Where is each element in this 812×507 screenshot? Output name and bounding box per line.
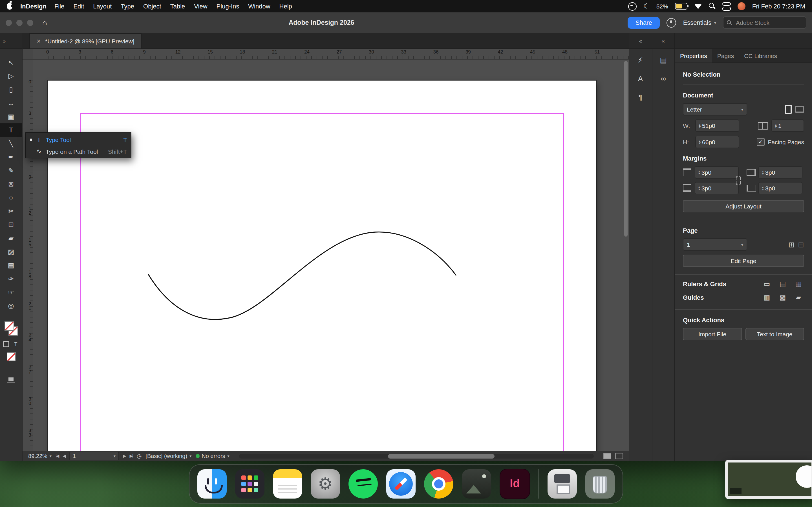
menu-item[interactable]: Layout <box>93 3 112 10</box>
preflight-profile-menu[interactable]: [Basic] (working) ▾ <box>146 453 192 459</box>
selection-tool[interactable]: ↖ <box>0 56 22 69</box>
creative-cloud-icon[interactable] <box>628 2 637 10</box>
menu-item[interactable]: File <box>54 3 64 10</box>
last-page-button[interactable]: ▶| <box>130 453 133 459</box>
formatting-affects-container-icon[interactable] <box>3 341 10 348</box>
ellipse-tool[interactable]: ○ <box>0 191 22 205</box>
preflight-status[interactable]: No errors ▾ <box>195 453 229 459</box>
spotify-icon[interactable] <box>349 469 378 499</box>
screen-mode-button[interactable] <box>7 376 15 383</box>
focus-moon-icon[interactable]: ☾ <box>644 3 650 10</box>
tab-pages[interactable]: Pages <box>712 49 739 62</box>
menu-bar-clock[interactable]: Fri Feb 20 7:23 PM <box>752 3 805 10</box>
first-page-button[interactable]: |◀ <box>56 453 59 459</box>
menu-item[interactable]: Help <box>280 3 292 10</box>
gap-tool[interactable]: ↔ <box>0 96 22 110</box>
right-margin-field[interactable]: ▴▾ 3p0 <box>758 166 802 179</box>
apple-menu-icon[interactable] <box>7 3 12 10</box>
window-minimize-button[interactable] <box>16 19 22 25</box>
fill-swatch[interactable] <box>4 321 14 331</box>
pen-tool[interactable]: ✒ <box>0 151 22 164</box>
top-margin-field[interactable]: ▴▾ 3p0 <box>695 166 739 179</box>
rectangle-frame-tool[interactable]: ⊠ <box>0 177 22 191</box>
battery-icon[interactable] <box>675 3 688 10</box>
type-tool-item[interactable]: T Type Tool T <box>26 133 131 145</box>
menu-item[interactable]: Type <box>121 3 134 10</box>
control-center-icon[interactable] <box>722 2 731 10</box>
fill-stroke-swatches[interactable] <box>4 321 18 336</box>
line-tool[interactable]: ╲ <box>0 137 22 151</box>
stock-search-input[interactable] <box>735 18 802 26</box>
zoom-level-control[interactable]: 89.22% ▾ <box>28 453 52 459</box>
preview-spread-button[interactable] <box>603 453 611 459</box>
tab-cc-libraries[interactable]: CC Libraries <box>739 49 782 62</box>
screenshot-preview-window[interactable] <box>725 460 812 499</box>
rulers-icon[interactable]: ▭ <box>761 279 772 288</box>
apply-none-swatch[interactable] <box>6 352 15 361</box>
hand-tool[interactable]: ☞ <box>0 286 22 299</box>
gradient-swatch-tool[interactable]: ▰ <box>0 231 22 245</box>
preflight-clock-icon[interactable]: ◷ <box>137 453 142 459</box>
stepper-icon[interactable]: ▴▾ <box>698 170 700 175</box>
adobe-stock-search[interactable] <box>723 16 806 29</box>
page-number-field[interactable]: 1 ▾ <box>69 452 119 460</box>
collapse-panels-icon[interactable]: « <box>639 38 642 44</box>
stepper-icon[interactable]: ▴▾ <box>699 139 700 145</box>
horizontal-ruler[interactable]: 03691215182124273033363942454851 <box>22 49 629 60</box>
text-settings-panel-icon[interactable]: A <box>638 74 643 83</box>
vertical-ruler[interactable]: 03691215182124273033 <box>22 60 33 451</box>
safari-icon[interactable] <box>386 469 416 499</box>
stepper-icon[interactable]: ▴▾ <box>762 170 763 175</box>
stepper-icon[interactable]: ▴▾ <box>699 123 700 128</box>
wifi-icon[interactable] <box>694 4 702 9</box>
type-on-path-tool-item[interactable]: ∿ Type on a Path Tool Shift+T <box>26 145 131 157</box>
import-file-button[interactable]: Import File <box>683 328 742 340</box>
workspace-switcher[interactable]: Essentials ▾ <box>683 19 716 26</box>
menu-item[interactable]: Window <box>248 3 270 10</box>
vertical-scrollbar[interactable] <box>624 61 627 237</box>
width-field[interactable]: ▴▾ 51p0 <box>695 119 739 132</box>
links-panel-icon[interactable]: ∞ <box>661 74 666 83</box>
menu-item[interactable]: Table <box>170 3 185 10</box>
pasteboard[interactable] <box>33 60 629 451</box>
share-button[interactable]: Share <box>627 17 660 29</box>
preview-page-button[interactable] <box>615 453 623 459</box>
stepper-icon[interactable]: ▴▾ <box>762 186 763 191</box>
tab-properties[interactable]: Properties <box>675 49 712 62</box>
stepper-icon[interactable]: ▴▾ <box>698 186 700 191</box>
gradient-feather-tool[interactable]: ▨ <box>0 245 22 259</box>
edit-page-button[interactable]: Edit Page <box>683 255 804 267</box>
left-margin-field[interactable]: ▴▾ 3p0 <box>758 182 802 194</box>
next-page-button[interactable]: ▶ <box>123 453 126 459</box>
free-transform-tool[interactable]: ⊡ <box>0 218 22 231</box>
direct-selection-tool[interactable]: ▷ <box>0 69 22 83</box>
text-to-image-button[interactable]: Text to Image <box>745 328 804 340</box>
link-margins-icon[interactable] <box>735 175 741 185</box>
paragraph-styles-panel-icon[interactable]: ¶ <box>639 93 643 101</box>
current-page-select[interactable]: 1 ▾ <box>683 238 747 251</box>
formatting-affects-text-icon[interactable]: T <box>12 341 19 348</box>
user-avatar[interactable] <box>738 2 746 10</box>
chrome-icon[interactable] <box>424 469 453 499</box>
scissors-tool[interactable]: ✂ <box>0 205 22 218</box>
layers-panel-icon[interactable]: ▤ <box>660 56 667 64</box>
previous-page-button[interactable]: ◀ <box>63 453 65 459</box>
stepper-icon[interactable]: ▴▾ <box>775 123 776 128</box>
delete-page-button[interactable]: ⊟ <box>798 240 804 249</box>
menu-item[interactable]: Object <box>143 3 161 10</box>
smart-guides-icon[interactable]: ▩ <box>777 292 788 302</box>
bezier-curve-path[interactable] <box>148 232 456 320</box>
spotlight-search-icon[interactable] <box>709 3 716 10</box>
menu-item[interactable]: View <box>194 3 207 10</box>
indesign-dock-icon[interactable]: Id <box>500 469 530 499</box>
notes-icon[interactable] <box>273 469 302 499</box>
margin-guides-icon[interactable]: ▥ <box>761 292 772 302</box>
zoom-tool[interactable]: ◎ <box>0 299 22 313</box>
lightbulb-icon[interactable] <box>667 18 676 27</box>
bottom-margin-field[interactable]: ▴▾ 3p0 <box>695 182 739 194</box>
window-close-button[interactable] <box>6 19 12 25</box>
height-field[interactable]: ▴▾ 66p0 <box>695 136 739 148</box>
dock-separator[interactable] <box>539 469 539 499</box>
expand-tools-icon[interactable]: » <box>3 38 6 44</box>
page-tool[interactable]: ▯ <box>0 83 22 96</box>
